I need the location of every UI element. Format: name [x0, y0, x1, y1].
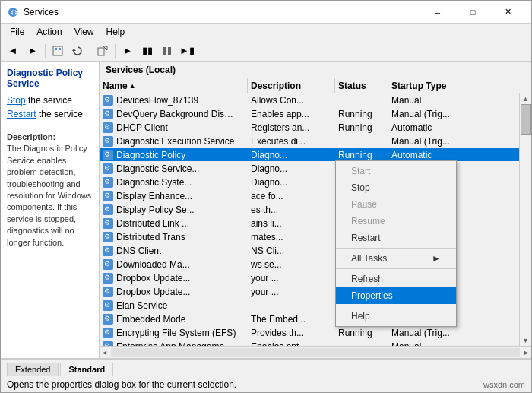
service-icon: [103, 109, 113, 119]
pause-icon: [162, 46, 173, 56]
service-name-text: Display Enhance...: [116, 191, 192, 201]
svg-rect-6: [98, 48, 104, 55]
service-name-text: Diagnostic Policy: [116, 150, 185, 160]
export-button[interactable]: [93, 43, 112, 59]
scroll-right-btn[interactable]: ►: [521, 349, 531, 357]
cell-startup: Manual (Trig...: [388, 328, 480, 338]
context-menu: StartStopPauseResumeRestartAll Tasks►Ref…: [335, 160, 457, 327]
cell-desc: Diagno...: [248, 177, 335, 188]
stop-service-link[interactable]: Stop the service: [7, 95, 93, 106]
service-name-text: Encrypting File System (EFS): [116, 328, 236, 338]
scroll-up-btn[interactable]: ▲: [520, 93, 531, 103]
scroll-h-track[interactable]: [111, 348, 520, 357]
ctx-item-label: All Tasks: [351, 253, 387, 264]
scroll-down-btn[interactable]: ▼: [520, 337, 531, 346]
col-header-name[interactable]: Name ▲: [100, 78, 248, 93]
service-icon: [103, 191, 113, 201]
table-row[interactable]: DHCP ClientRegisters an...RunningAutomat…: [100, 121, 519, 135]
cell-name: Elan Service: [100, 300, 248, 311]
service-icon: [103, 259, 113, 270]
stop-link-text[interactable]: Stop: [7, 95, 26, 106]
service-name-text: Dropbox Update...: [116, 273, 190, 284]
window-icon: ⚙: [7, 6, 19, 18]
context-menu-item[interactable]: Refresh: [336, 271, 456, 287]
table-row[interactable]: Encrypting File System (EFS)Provides th.…: [100, 326, 519, 340]
refresh-button[interactable]: [68, 43, 87, 59]
content-area: Diagnostic Policy Service Stop the servi…: [1, 62, 531, 358]
toolbar-sep-3: [115, 44, 116, 58]
menu-action[interactable]: Action: [30, 25, 68, 39]
cell-status: Running: [335, 150, 388, 160]
window-title: Services: [24, 7, 59, 17]
status-bar: Opens the properties dialog box for the …: [1, 376, 531, 392]
toolbar: ◄ ► ► ▮▮ ►▮: [1, 40, 531, 62]
cell-status: Running: [335, 328, 388, 338]
pause-button[interactable]: [158, 43, 176, 59]
restart-button[interactable]: ►▮: [178, 43, 196, 59]
cell-startup: Manual (Trig...: [388, 109, 480, 119]
col-header-status[interactable]: Status: [335, 78, 388, 93]
stop-button[interactable]: ▮▮: [138, 43, 157, 59]
context-menu-item[interactable]: Properties: [336, 287, 456, 304]
tab-extended[interactable]: Extended: [7, 363, 59, 376]
service-icon: [103, 150, 113, 160]
cell-name: Dropbox Update...: [100, 273, 248, 284]
scrollbar-horizontal[interactable]: ◄ ►: [100, 346, 531, 358]
cell-status: Running: [335, 122, 388, 133]
table-row[interactable]: DevicesFlow_87139Allows Con...Manual: [100, 93, 519, 107]
cell-startup: Manual (Trig...: [388, 136, 480, 147]
service-name-text: Dropbox Update...: [116, 287, 190, 297]
menu-bar: File Action View Help: [1, 24, 531, 40]
scroll-thumb[interactable]: [521, 104, 531, 135]
service-icon: [103, 136, 113, 147]
context-menu-item[interactable]: Restart: [336, 230, 456, 246]
table-row[interactable]: Enterprise App Management ServiceEnables…: [100, 340, 519, 346]
play-button[interactable]: ►: [119, 43, 137, 59]
col-header-startup[interactable]: Startup Type: [388, 78, 480, 93]
forward-button[interactable]: ►: [24, 43, 42, 59]
right-panel: Services (Local) Name ▲ Description Stat…: [100, 62, 531, 358]
submenu-arrow-icon: ►: [432, 253, 441, 264]
title-bar-left: ⚙ Services: [7, 6, 59, 18]
service-icon: [103, 122, 113, 133]
cell-desc: es th...: [248, 204, 335, 215]
tab-standard[interactable]: Standard: [60, 363, 113, 376]
close-button[interactable]: ✕: [490, 1, 525, 24]
desc-text: The Diagnostic Policy Service enables pr…: [7, 144, 91, 246]
tabs-bar: Extended Standard: [1, 359, 531, 376]
context-menu-item[interactable]: Help: [336, 308, 456, 325]
cell-name: Downloaded Ma...: [100, 259, 248, 270]
up-button[interactable]: [49, 43, 67, 59]
cell-name: Embedded Mode: [100, 314, 248, 325]
stop-link-suffix: the service: [26, 95, 72, 106]
table-row[interactable]: Diagnostic Execution ServiceExecutes di.…: [100, 135, 519, 148]
context-menu-item[interactable]: All Tasks►: [336, 250, 456, 267]
restart-link-text[interactable]: Restart: [7, 109, 36, 119]
context-menu-item: Pause: [336, 196, 456, 213]
cell-desc: The Embed...: [248, 314, 335, 325]
cell-desc: mates...: [248, 232, 335, 242]
cell-name: Diagnostic Execution Service: [100, 136, 248, 147]
scrollbar-vertical[interactable]: ▲ ▼: [519, 93, 531, 346]
menu-file[interactable]: File: [4, 25, 30, 39]
scroll-left-btn[interactable]: ◄: [100, 349, 109, 357]
service-name-header: Diagnostic Policy Service: [7, 68, 93, 89]
menu-help[interactable]: Help: [100, 25, 131, 39]
context-menu-item[interactable]: Stop: [336, 179, 456, 196]
table-row[interactable]: DevQuery Background Discovery B...Enable…: [100, 107, 519, 121]
cell-startup: Automatic: [388, 150, 480, 160]
cell-name: DHCP Client: [100, 122, 248, 133]
service-name-text: Diagnostic Execution Service: [116, 136, 234, 147]
restart-service-link[interactable]: Restart the service: [7, 109, 93, 119]
cell-name: Display Enhance...: [100, 191, 248, 201]
service-name-text: Diagnostic Syste...: [116, 177, 192, 188]
maximize-button[interactable]: □: [455, 1, 490, 24]
col-header-desc[interactable]: Description: [248, 78, 335, 93]
minimize-button[interactable]: –: [420, 1, 455, 24]
back-button[interactable]: ◄: [4, 43, 22, 59]
menu-view[interactable]: View: [68, 25, 100, 39]
cell-name: Display Policy Se...: [100, 204, 248, 215]
cell-name: Diagnostic Service...: [100, 163, 248, 174]
title-bar: ⚙ Services – □ ✕: [1, 1, 531, 24]
cell-desc: ws se...: [248, 259, 335, 270]
